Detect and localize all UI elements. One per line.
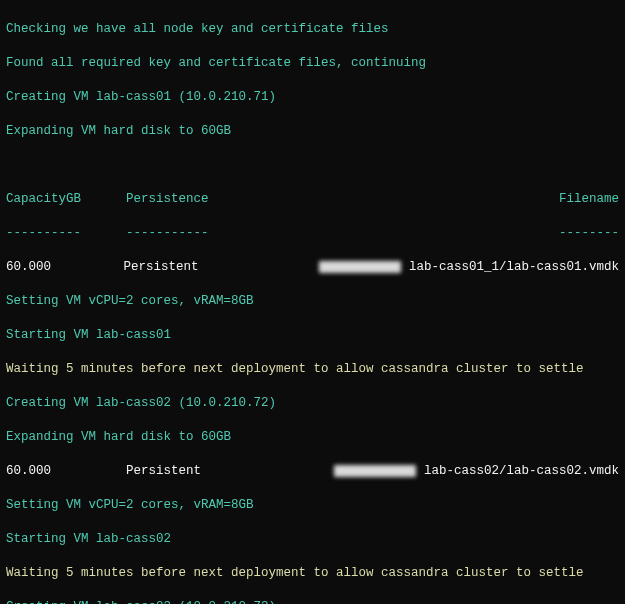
capacity-value: 60.000 (6, 463, 126, 480)
log-line: Creating VM lab-cass03 (10.0.210.73) (6, 599, 619, 604)
capacity-value: 60.000 (6, 259, 124, 276)
table-header-dashes: ---------- ----------- -------- (6, 225, 619, 242)
redacted-text (334, 465, 416, 477)
log-line-wait: Waiting 5 minutes before next deployment… (6, 565, 619, 582)
persistence-value: Persistent (126, 463, 326, 480)
table-row: 60.000 Persistent lab-cass02/lab-cass02.… (6, 463, 619, 480)
log-line: Starting VM lab-cass01 (6, 327, 619, 344)
table-header-capacity: CapacityGB (6, 191, 126, 208)
table-header-persistence: Persistence (126, 191, 326, 208)
log-line: Expanding VM hard disk to 60GB (6, 429, 619, 446)
log-line: Found all required key and certificate f… (6, 55, 619, 72)
log-line: Setting VM vCPU=2 cores, vRAM=8GB (6, 293, 619, 310)
table-header: CapacityGB Persistence Filename (6, 191, 619, 208)
log-line-wait: Waiting 5 minutes before next deployment… (6, 361, 619, 378)
redacted-text (319, 261, 401, 273)
log-line: Starting VM lab-cass02 (6, 531, 619, 548)
table-header-filename: Filename (326, 191, 619, 208)
terminal-area[interactable]: Checking we have all node key and certif… (0, 0, 625, 604)
dash: ----------- (126, 225, 326, 242)
table-row: 60.000 Persistent lab-cass01_1/lab-cass0… (6, 259, 619, 276)
log-line: Checking we have all node key and certif… (6, 21, 619, 38)
log-line: Expanding VM hard disk to 60GB (6, 123, 619, 140)
filename-value: lab-cass01_1/lab-cass01.vmdk (319, 259, 619, 276)
log-line: Creating VM lab-cass01 (10.0.210.71) (6, 89, 619, 106)
persistence-value: Persistent (124, 259, 320, 276)
dash: -------- (326, 225, 619, 242)
filename-value: lab-cass02/lab-cass02.vmdk (326, 463, 619, 480)
log-line: Creating VM lab-cass02 (10.0.210.72) (6, 395, 619, 412)
dash: ---------- (6, 225, 126, 242)
log-line: Setting VM vCPU=2 cores, vRAM=8GB (6, 497, 619, 514)
